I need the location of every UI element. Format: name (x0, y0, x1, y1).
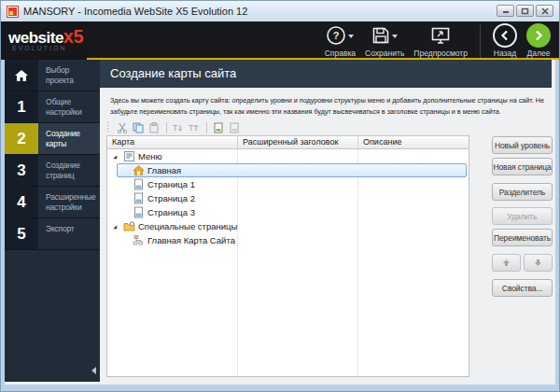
brand-logo: websitex5 EVOLUTION (1, 21, 87, 60)
page-icon (133, 206, 145, 218)
close-button[interactable] (536, 5, 553, 17)
paste-icon (148, 122, 160, 133)
svg-text:T: T (189, 123, 194, 133)
down-arrow-icon (534, 259, 542, 267)
app-window: MANSORY - Incomedia WebSite X5 Evolution… (0, 0, 560, 392)
brand-x5: x5 (63, 26, 83, 47)
home-icon (14, 69, 29, 82)
sidebar-item-step1[interactable]: 1 Общие настройки (5, 91, 100, 123)
page-icon (133, 178, 145, 190)
svg-text:T: T (173, 123, 178, 133)
special-pages-icon (123, 220, 135, 232)
maximize-button[interactable] (516, 5, 534, 17)
tree-row-page3[interactable]: Страница 3 (107, 205, 469, 219)
import-page-icon (213, 122, 224, 133)
expander-icon[interactable] (111, 223, 119, 231)
map-toolbar: T T (107, 121, 243, 134)
move-down-button[interactable] (524, 254, 553, 272)
sidebar-item-step2[interactable]: 2 Создание карты (5, 123, 100, 155)
sidebar-item-step3[interactable]: 3 Создание страниц (5, 155, 100, 187)
copy-button[interactable] (131, 122, 145, 134)
tree-row-page1[interactable]: Страница 1 (107, 177, 469, 191)
export-page-icon (229, 122, 240, 133)
tree-row-menu[interactable]: Меню (107, 149, 469, 163)
tree-row-home[interactable]: Главная (107, 163, 469, 177)
rename-button[interactable]: Переименовать (492, 229, 553, 246)
svg-text:?: ? (333, 30, 340, 41)
collapse-all-button[interactable]: T (187, 122, 201, 134)
save-caret-icon (392, 35, 398, 38)
copy-icon (133, 122, 144, 133)
cut-icon (117, 122, 128, 133)
home-page-icon (133, 164, 145, 176)
help-icon: ? (326, 25, 346, 46)
menu-node-icon (123, 150, 135, 162)
window-title: MANSORY - Incomedia WebSite X5 Evolution… (23, 6, 247, 17)
new-level-button[interactable]: Новый уровень (492, 136, 553, 154)
expand-all-icon: T (172, 122, 184, 133)
move-up-button[interactable] (492, 254, 521, 272)
separator-button[interactable]: Разделитель (492, 183, 553, 201)
save-button[interactable]: Сохранить (360, 23, 409, 58)
table-header: Карта Расширенный заголовок Описание (107, 136, 469, 149)
column-header-extended-title[interactable]: Расширенный заголовок (238, 136, 358, 148)
minimize-button[interactable] (497, 5, 514, 17)
tree-row-page2[interactable]: Страница 2 (107, 191, 469, 205)
expand-all-button[interactable]: T (171, 122, 185, 134)
table-body: Меню Главная (107, 149, 469, 376)
sitemap-page-icon (133, 234, 145, 246)
toolbar-separator (480, 24, 481, 59)
collapse-all-icon: T (188, 122, 200, 133)
page-description: Здесь вы можете создать карту сайта: опр… (110, 95, 555, 117)
toolbar-grip (107, 122, 110, 133)
tree-row-special-pages[interactable]: Специальные страницы (107, 219, 469, 233)
delete-button[interactable]: Удалить (492, 207, 553, 225)
sitemap-table: Карта Расширенный заголовок Описание Мен… (106, 135, 469, 377)
tree-row-sitemap[interactable]: Главная Карта Сайта (107, 233, 469, 247)
import-page-button[interactable] (211, 122, 225, 134)
next-button[interactable]: Далее (522, 23, 555, 58)
properties-button[interactable]: Свойства... (492, 279, 553, 297)
cut-button[interactable] (115, 122, 129, 134)
app-header: websitex5 EVOLUTION ? Справка (1, 21, 559, 60)
preview-icon (430, 25, 451, 46)
column-header-map[interactable]: Карта (107, 136, 238, 148)
export-page-button[interactable] (227, 122, 241, 134)
main-panel: Создание карты сайта Здесь вы можете соз… (100, 60, 555, 385)
paste-button[interactable] (147, 122, 161, 134)
page-icon (133, 192, 145, 204)
help-caret-icon (348, 35, 354, 38)
help-button[interactable]: ? Справка (320, 23, 360, 58)
sidebar-item-step4[interactable]: 4 Расширенные настройки (5, 187, 100, 218)
back-button[interactable]: Назад (488, 23, 522, 58)
expander-icon[interactable] (111, 153, 119, 161)
column-header-description[interactable]: Описание (358, 136, 469, 148)
preview-button[interactable]: Предпросмотр (409, 23, 472, 58)
app-icon (7, 6, 19, 18)
next-icon (534, 30, 543, 41)
back-icon (500, 30, 510, 41)
titlebar: MANSORY - Incomedia WebSite X5 Evolution… (1, 1, 559, 21)
save-icon (371, 26, 390, 45)
sidebar-item-step5[interactable]: 5 Экспорт (5, 218, 100, 250)
sidebar-collapse-arrow[interactable] (91, 367, 96, 374)
steps-sidebar: Выбор проекта 1 Общие настройки 2 Создан… (5, 60, 100, 382)
up-arrow-icon (502, 259, 511, 267)
page-title: Создание карты сайта (100, 60, 552, 88)
sidebar-item-project[interactable]: Выбор проекта (5, 60, 100, 91)
action-buttons: Новый уровень Новая страница Разделитель… (492, 135, 553, 377)
new-page-button[interactable]: Новая страница (492, 158, 553, 175)
